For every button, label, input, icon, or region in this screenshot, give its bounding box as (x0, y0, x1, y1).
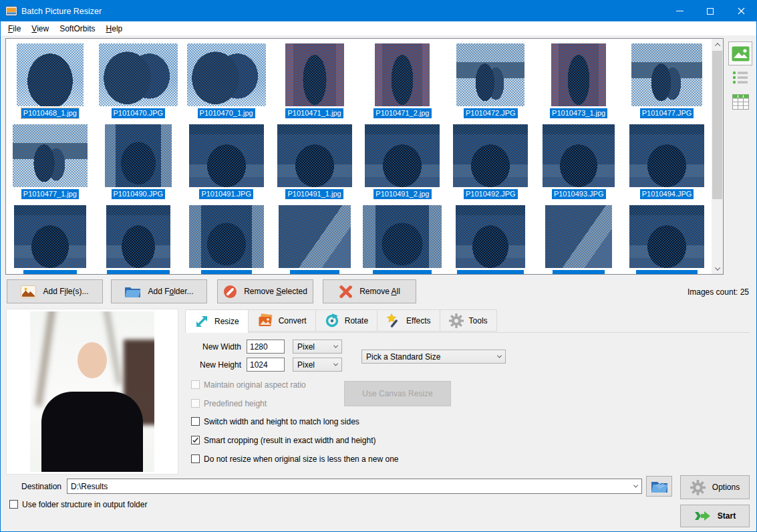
thumbnail-item[interactable] (446, 201, 535, 275)
list-view-button[interactable] (728, 70, 752, 85)
thumbnail-item[interactable]: P1010472.JPG (446, 39, 535, 120)
vertical-scrollbar[interactable] (712, 39, 723, 274)
thumbnail-image[interactable] (629, 124, 704, 187)
tab-convert[interactable]: Convert (249, 309, 316, 331)
tab-resize[interactable]: Resize (185, 309, 249, 333)
thumbnail-item[interactable] (535, 201, 623, 275)
add-files-button[interactable]: Add File(s)... (7, 279, 103, 303)
thumbnail-item[interactable]: P1010470.JPG (94, 39, 182, 120)
scrollbar-thumb[interactable] (712, 51, 722, 199)
add-folder-button[interactable]: Add Folder... (111, 279, 207, 303)
thumbnail-image[interactable] (629, 205, 704, 268)
thumbnail-item[interactable]: P1010471_1.jpg (271, 39, 359, 120)
menu-help[interactable]: Help (101, 21, 128, 35)
thumbnail-image[interactable] (285, 43, 344, 106)
thumbnail-item[interactable]: P1010477_1.jpg (6, 120, 94, 201)
preview-image (30, 311, 154, 472)
file-name-label: P1010473_1.jpg (550, 108, 607, 118)
new-height-input[interactable] (247, 358, 285, 372)
start-button[interactable]: Start (680, 505, 750, 527)
thumbnail-item[interactable]: P1010468_1.jpg (6, 39, 94, 120)
remove-all-button[interactable]: Remove All (323, 279, 416, 303)
thumbnails-view-button[interactable] (728, 41, 752, 65)
browse-folder-button[interactable] (646, 476, 672, 497)
thumbnail-image[interactable] (365, 124, 440, 187)
thumbnail-image[interactable] (14, 205, 86, 268)
folder-structure-label: Use folder structure in output folder (22, 500, 147, 509)
destination-dropdown-button[interactable] (629, 485, 641, 488)
no-upscale-checkbox[interactable] (191, 454, 200, 463)
thumbnail-item[interactable]: P1010473_1.jpg (535, 39, 623, 120)
destination-input[interactable] (67, 482, 629, 491)
close-button[interactable] (726, 1, 756, 21)
minimize-button[interactable] (664, 1, 695, 21)
thumbnail-item[interactable]: P1010491.JPG (182, 120, 271, 201)
tab-effects[interactable]: Effects (377, 309, 440, 331)
file-name-label (290, 270, 339, 274)
thumbnail-item[interactable] (623, 201, 711, 275)
file-name-label (636, 270, 698, 274)
chevron-down-icon (333, 344, 338, 348)
settings-tabs: Resize Convert Rotate Effects Tools (185, 309, 497, 333)
folder-structure-checkbox[interactable] (9, 500, 18, 509)
standard-size-select[interactable]: Pick a Standard Size (361, 350, 506, 364)
titlebar: Batch Picture Resizer (1, 1, 756, 21)
thumbnail-item[interactable] (359, 201, 447, 275)
smart-cropping-checkbox[interactable] (191, 436, 200, 444)
thumbnail-image[interactable] (279, 205, 351, 268)
thumbnail-image[interactable] (105, 124, 172, 187)
new-width-label: New Width (185, 342, 241, 352)
tab-tools[interactable]: Tools (440, 309, 497, 331)
thumbnail-image[interactable] (456, 205, 525, 268)
thumbnail-image[interactable] (545, 205, 612, 268)
menu-file[interactable]: File (3, 21, 26, 35)
height-unit-select[interactable]: Pixel (293, 358, 342, 372)
menu-softorbits[interactable]: SoftOrbits (54, 21, 100, 35)
thumbnail-image[interactable] (453, 124, 528, 187)
thumbnail-image[interactable] (13, 124, 88, 187)
menu-view[interactable]: View (26, 21, 54, 35)
destination-combobox[interactable] (67, 479, 642, 494)
thumbnail-image[interactable] (99, 43, 178, 106)
switch-width-height-checkbox[interactable] (191, 417, 200, 426)
thumbnail-item[interactable] (6, 201, 94, 275)
remove-selected-button[interactable]: Remove Selected (217, 279, 313, 303)
thumbnail-image[interactable] (456, 43, 524, 106)
thumbnail-image[interactable] (543, 124, 615, 187)
app-icon (5, 6, 17, 16)
thumbnail-item[interactable] (271, 201, 359, 275)
scroll-up-button[interactable] (712, 39, 723, 50)
thumbnail-image[interactable] (631, 43, 702, 106)
new-width-input[interactable] (247, 340, 285, 354)
thumbnail-item[interactable] (182, 201, 271, 275)
scroll-down-button[interactable] (712, 263, 723, 274)
thumbnail-item[interactable]: P1010492.JPG (446, 120, 535, 201)
thumbnail-image[interactable] (189, 205, 264, 268)
thumbnail-item[interactable]: P1010471_2.jpg (359, 39, 447, 120)
tab-convert-label: Convert (279, 316, 307, 325)
thumbnail-image[interactable] (17, 43, 84, 106)
tab-rotate[interactable]: Rotate (316, 309, 377, 331)
thumbnail-image[interactable] (363, 205, 442, 268)
thumbnail-item[interactable]: P1010490.JPG (94, 120, 182, 201)
table-view-button[interactable] (728, 94, 752, 110)
thumbnail-image[interactable] (187, 43, 266, 106)
thumbnail-item[interactable]: P1010470_1.jpg (182, 39, 271, 120)
width-unit-select[interactable]: Pixel (293, 340, 342, 354)
thumbnail-item[interactable] (94, 201, 182, 275)
image-list[interactable]: P1010468_1.jpg P1010470.JPG P1010470_1.j… (5, 38, 724, 275)
thumbnail-item[interactable]: P1010491_2.jpg (359, 120, 447, 201)
maximize-button[interactable] (695, 1, 726, 21)
thumbnail-item[interactable]: P1010477.JPG (623, 39, 711, 120)
thumbnail-item[interactable]: P1010491_1.jpg (271, 120, 359, 201)
thumbnail-image[interactable] (277, 124, 352, 187)
thumbnail-item[interactable]: P1010494.JPG (623, 120, 711, 201)
remove-selected-icon (223, 285, 237, 299)
thumbnail-image[interactable] (375, 43, 430, 106)
file-name-label (107, 270, 170, 274)
thumbnail-image[interactable] (189, 124, 264, 187)
thumbnail-image[interactable] (551, 43, 606, 106)
thumbnail-image[interactable] (106, 205, 170, 268)
thumbnail-item[interactable]: P1010493.JPG (535, 120, 623, 201)
options-button[interactable]: Options (680, 475, 750, 499)
